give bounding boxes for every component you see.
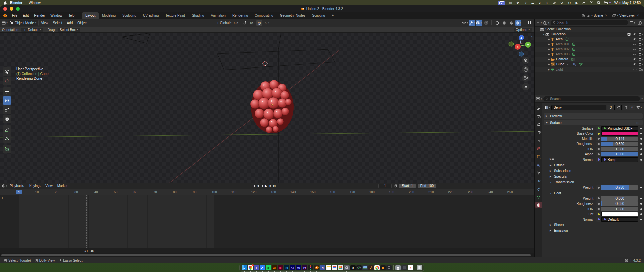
viewlayer-unlink-button[interactable]: ✕ [637,14,639,17]
dock-onenote[interactable]: N [320,265,325,270]
perspective-toggle-button[interactable] [522,83,529,90]
dock-spotify[interactable]: ≋ [266,265,271,270]
dock-media-encoder[interactable]: Me [296,265,301,270]
decorator-dot[interactable] [640,219,642,220]
subpanel-header-coat[interactable]: ▼Coat [550,191,643,196]
cloud-icon[interactable]: ☁ [530,1,535,5]
properties-tab-tool[interactable] [535,105,542,111]
disable-in-renders-icon[interactable] [639,43,643,46]
dock-compass-app[interactable] [356,265,362,270]
scene-selector[interactable]: ▾Scene✕ [582,14,607,17]
decorator-dot[interactable] [640,203,642,205]
end-frame-field[interactable]: End100 [418,184,436,188]
properties-tab-world[interactable] [535,146,542,151]
shading-solid-button[interactable] [501,20,507,26]
show-object-types-dropdown[interactable]: ▾ [462,20,468,26]
workspace-tab-layout[interactable]: Layout [82,12,99,19]
topbar-menu-render[interactable]: Render [31,14,48,17]
select-box-tool[interactable] [3,67,11,76]
viewport-menu-view[interactable]: View [39,21,51,25]
cursor-tool[interactable] [3,77,11,85]
decorator-dot[interactable] [640,143,642,145]
dock-finder[interactable] [241,265,247,270]
dock-app-dark[interactable] [386,265,392,270]
viewlayer-selector[interactable]: ▾ViewLayer✕ [612,14,639,17]
outliner-filter-collection-dropdown[interactable]: ▾ [543,20,549,26]
dock-system-settings[interactable] [344,265,350,270]
outliner-row-collection[interactable]: ▼Collection [535,32,644,37]
timeline-ruler[interactable]: 1020304050607080901001101201301401501601… [0,189,534,195]
battery-icon[interactable] [582,1,587,5]
eye-open-icon[interactable] [633,33,637,36]
proportional-editing-toggle[interactable]: ◎ [256,20,262,26]
menubar-menu-window[interactable]: Window [29,1,41,5]
disable-in-renders-icon[interactable] [639,33,643,36]
camera-view-button[interactable] [522,74,529,82]
decorator-dot[interactable] [640,153,642,155]
slider-widget-weight[interactable]: 0.000 [601,196,638,201]
orientation-dropdown[interactable]: ⊥Default▾ [21,28,43,32]
next-keyframe-button[interactable]: •▶ [268,184,272,187]
play-reverse-button[interactable]: ◀ [260,184,264,187]
disclosure-closed-icon[interactable]: ▶ [547,53,551,56]
3d-viewport[interactable]: User Perspective (1) Collection | Cube R… [0,33,534,183]
properties-tab-particles[interactable] [535,170,542,176]
disable-in-renders-icon[interactable] [639,53,643,56]
pause-preview-button[interactable] [526,20,532,26]
dock-fl-studio[interactable] [380,265,386,270]
color-widget-tint[interactable] [601,212,638,216]
properties-tab-physics[interactable] [535,178,542,184]
disclosure-closed-icon[interactable]: ▶ [547,38,551,41]
dock-reminders[interactable] [332,265,337,270]
dock-after-effects[interactable]: Ae [290,265,295,270]
dock-chrome[interactable] [374,265,380,270]
outliner-row-cube[interactable]: ▶Cube [535,62,644,67]
disclosure-closed-icon[interactable]: ▶ [547,58,551,61]
workspace-tab-uv-editing[interactable]: UV Editing [140,12,162,19]
slider-widget-roughness[interactable]: 0.320 [601,142,638,146]
stage-manager-icon[interactable]: ▥ [508,1,513,5]
dock-calendar[interactable]: 7 [408,265,413,270]
timeline-editor[interactable]: ▾Playback▾Keying▾ViewMarker▾|◀◀•◀▶•▶▶|1S… [0,183,534,257]
raspberry-object[interactable] [250,80,294,133]
properties-tab-material[interactable] [535,202,542,208]
subpanel-header-subsurface[interactable]: ▶Subsurface [550,168,643,173]
eye-open-icon[interactable] [633,63,637,66]
workspace-tab-compositing[interactable]: Compositing [251,12,277,19]
dock-preview-app[interactable] [362,265,368,270]
disable-in-renders-icon[interactable] [639,48,643,51]
marker-f35[interactable]: ▵F_35 [85,249,94,252]
slider-widget-ior[interactable]: 1.500 [601,207,638,211]
measure-tool[interactable] [3,134,11,143]
disclosure-closed-icon[interactable]: ▶ [547,63,551,66]
scrollbar-thumb[interactable] [1,254,531,256]
pan-button[interactable] [522,65,529,73]
notifications-icon[interactable]: ◗ [545,1,550,5]
timeline-menu-view[interactable]: View [43,184,55,188]
options-dropdown[interactable]: Options▾ [514,28,532,32]
eye-closed-icon[interactable] [633,48,637,51]
outliner-row-scene-collection[interactable]: Scene Collection [535,27,644,32]
topbar-menu-window[interactable]: Window [48,14,65,17]
wifi-icon[interactable] [589,1,594,5]
screen-mirroring-icon[interactable] [498,1,505,5]
dock-garageband[interactable] [368,265,374,270]
disable-in-renders-icon[interactable] [639,38,643,41]
eye-closed-icon[interactable] [633,43,637,46]
dock-app-three[interactable]: 3 [350,265,356,270]
properties-editor-icon[interactable]: ▾ [536,96,542,102]
disable-in-renders-icon[interactable] [639,63,643,66]
workspace-tab-animation[interactable]: Animation [207,12,229,19]
workspace-tab-rendering[interactable]: Rendering [229,12,251,19]
disable-in-renders-icon[interactable] [639,68,643,71]
dock-figma[interactable] [308,265,313,270]
camera-wireframe[interactable] [122,33,150,43]
scale-tool[interactable] [3,105,11,114]
disclosure-closed-icon[interactable]: ▶ [547,68,551,71]
slider-widget-metallic[interactable]: 0.144 [601,137,638,141]
workspace-tab-scripting[interactable]: Scripting [309,12,328,19]
transform-tool[interactable] [3,115,11,123]
outliner-search-input[interactable]: Search [551,20,628,25]
viewport-menu-object[interactable]: Object [75,21,90,25]
timeline-menu-marker[interactable]: Marker [55,184,70,188]
